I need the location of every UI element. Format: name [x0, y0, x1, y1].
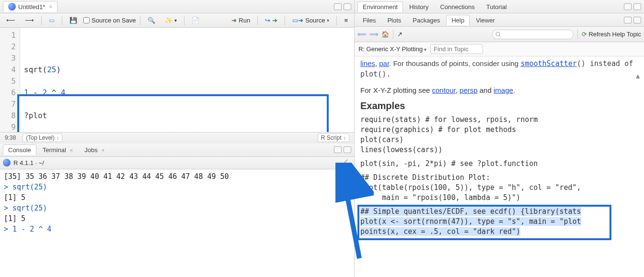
environment-tab[interactable]: Environment	[357, 1, 403, 12]
example-block-1[interactable]: require(stats) # for lowess, rpois, rnor…	[360, 115, 638, 155]
help-text-fragment: lines, par. For thousands of points, con…	[360, 58, 638, 79]
run-label: Run	[239, 17, 250, 24]
refresh-help-button[interactable]: ⟳ Refresh Help Topic	[582, 31, 641, 38]
maximize-button[interactable]	[633, 17, 641, 23]
close-icon[interactable]: ×	[102, 147, 104, 153]
help-content[interactable]: lines, par. For thousands of points, con…	[355, 56, 644, 277]
wand-button[interactable]: ✨▾	[161, 15, 180, 25]
source-statusbar: 9:38 (Top Level) R Script	[0, 132, 354, 144]
find-button[interactable]: 🔍	[144, 15, 159, 25]
separator	[62, 16, 62, 25]
show-in-new-window-button[interactable]: ▭	[46, 15, 58, 25]
tutorial-tab[interactable]: Tutorial	[481, 1, 512, 12]
link-persp[interactable]: persp	[460, 86, 478, 94]
examples-heading: Examples	[360, 100, 638, 111]
save-button[interactable]: 💾	[66, 15, 80, 25]
source-editor[interactable]: 123456789 sqrt(25) 1 - 2 ^ 4 ?plot ## Si…	[0, 28, 354, 132]
example-block-2[interactable]: plot(sin, -pi, 2*pi) # see ?plot.functio…	[360, 159, 638, 169]
help-search-input[interactable]	[492, 30, 574, 39]
scope-dropdown[interactable]: (Top Level)	[23, 133, 62, 142]
console-tab[interactable]: Console	[3, 144, 36, 155]
forward-button[interactable]: ⟶	[22, 15, 37, 25]
link-par[interactable]: par	[379, 59, 389, 67]
help-forward-button[interactable]: ⟹	[369, 31, 379, 38]
outline-button[interactable]: ≡	[341, 15, 351, 25]
source-on-save-label: Source on Save	[92, 17, 136, 24]
maximize-button[interactable]	[344, 146, 351, 153]
source-on-save-input[interactable]	[83, 17, 90, 23]
minimize-button[interactable]	[334, 3, 342, 10]
help-tab[interactable]: Help	[446, 15, 470, 25]
separator	[257, 16, 258, 25]
help-topic-header: R: Generic X-Y Plotting	[355, 42, 644, 56]
help-text-xyz: For X-Y-Z plotting see contour, persp an…	[360, 85, 638, 96]
source-button[interactable]: ▭➔ Source	[289, 15, 333, 25]
help-tabstrip: Files Plots Packages Help Viewer	[355, 13, 644, 27]
packages-tab[interactable]: Packages	[407, 15, 445, 25]
run-button[interactable]: ➔Run	[228, 15, 253, 25]
cursor-position: 9:38	[5, 134, 16, 141]
link-smoothscatter[interactable]: smoothScatter	[520, 59, 576, 67]
viewer-tab[interactable]: Viewer	[471, 15, 500, 25]
source-tab-title: Untitled1*	[18, 3, 45, 11]
minimize-button[interactable]	[624, 3, 632, 10]
source-tabstrip: Untitled1* ×	[0, 0, 354, 13]
refresh-label: Refresh Help Topic	[588, 31, 641, 38]
console-output[interactable]: ▲ [35] 35 36 37 38 39 40 41 42 43 44 45 …	[0, 169, 354, 277]
close-icon[interactable]: ×	[70, 147, 73, 153]
code-body[interactable]: sqrt(25) 1 - 2 ^ 4 ?plot ## Simple quant…	[20, 28, 277, 132]
link-image[interactable]: image	[494, 86, 513, 94]
plots-tab[interactable]: Plots	[382, 15, 406, 25]
console-tabstrip: Console Terminal× Jobs×	[0, 144, 354, 157]
files-tab[interactable]: Files	[357, 15, 381, 25]
minimize-button[interactable]	[624, 17, 632, 23]
example-block-3[interactable]: ## Discrete Distribution Plot: plot(tabl…	[360, 173, 638, 203]
r-file-icon	[8, 3, 16, 11]
maximize-button[interactable]	[344, 3, 351, 10]
separator	[184, 16, 184, 25]
clear-console-button[interactable]: 🧹	[337, 158, 351, 168]
help-home-button[interactable]: 🏠	[381, 31, 389, 38]
source-toolbar: ⟵ ⟶ ▭ 💾 Source on Save 🔍 ✨▾ 📄 ➔Run ↪➔ ▭➔…	[0, 13, 354, 28]
compile-report-button[interactable]: 📄	[188, 15, 203, 25]
find-in-topic-input[interactable]	[430, 44, 483, 54]
connections-tab[interactable]: Connections	[435, 1, 480, 12]
help-toolbar: ⟸ ⟹ 🏠 ↗ ⟳ Refresh Help Topic	[355, 27, 644, 42]
r-icon	[3, 159, 11, 166]
annotation-box	[357, 205, 611, 240]
jobs-tab[interactable]: Jobs×	[79, 144, 110, 155]
minimize-button[interactable]	[334, 146, 342, 153]
maximize-button[interactable]	[633, 3, 641, 10]
separator	[577, 30, 578, 39]
history-tab[interactable]: History	[404, 1, 434, 12]
separator	[140, 16, 140, 25]
scroll-up-icon[interactable]: ▲	[347, 172, 351, 183]
link-lines[interactable]: lines	[360, 59, 375, 67]
close-icon[interactable]: ×	[49, 4, 52, 10]
back-button[interactable]: ⟵	[3, 15, 19, 25]
separator	[285, 16, 285, 25]
source-tab[interactable]: Untitled1* ×	[3, 1, 58, 12]
source-label: Source	[305, 17, 325, 24]
link-contour[interactable]: contour	[432, 86, 456, 94]
separator	[336, 16, 337, 25]
separator	[41, 16, 42, 25]
help-back-button[interactable]: ⟸	[357, 31, 367, 38]
rerun-button[interactable]: ↪➔	[262, 15, 281, 25]
terminal-tab[interactable]: Terminal×	[37, 144, 79, 155]
help-popout-button[interactable]: ↗	[397, 31, 402, 38]
source-on-save-checkbox[interactable]: Source on Save	[83, 17, 136, 24]
help-topic-dropdown[interactable]: R: Generic X-Y Plotting	[358, 45, 426, 53]
scroll-up-icon[interactable]: ▲	[634, 71, 641, 81]
separator	[393, 30, 393, 39]
env-tabstrip: Environment History Connections Tutorial	[355, 0, 644, 13]
annotation-box	[17, 94, 329, 132]
console-header: R 4.1.1 · ~/ 🧹	[0, 157, 354, 169]
filetype-dropdown[interactable]: R Script	[318, 133, 349, 142]
r-version-label: R 4.1.1 · ~/	[13, 159, 44, 166]
